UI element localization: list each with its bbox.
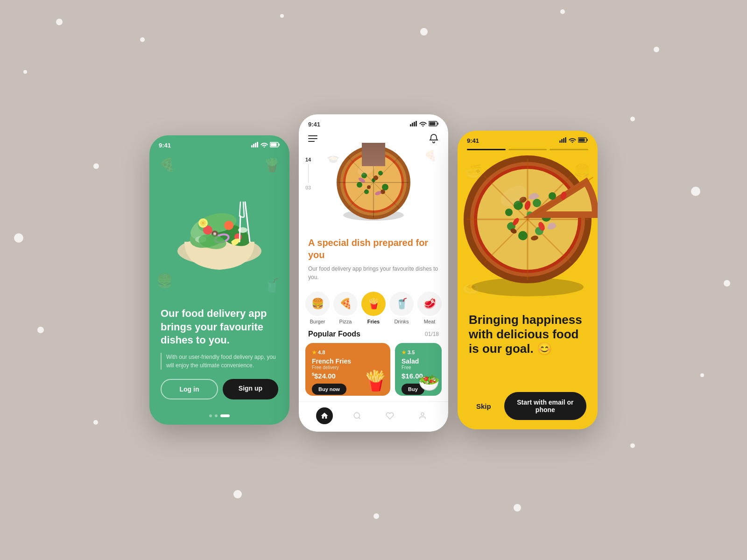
phone2-status-bar: 9:41	[299, 114, 448, 132]
svg-rect-2	[255, 143, 256, 147]
phone2-headline: A special dish prepared for you	[308, 237, 439, 261]
french-fries-card[interactable]: ★ 4.8 French Fries Free delivery $$24.00…	[305, 343, 390, 396]
signup-button[interactable]: Sign up	[223, 379, 278, 399]
svg-rect-3	[257, 142, 258, 147]
phone-2: 9:41	[299, 114, 448, 432]
category-pizza[interactable]: 🍕 Pizza	[333, 292, 358, 324]
card1-top: ★ 4.8	[312, 350, 384, 356]
svg-rect-6	[279, 144, 280, 146]
card1-buy-button[interactable]: Buy now	[312, 384, 346, 395]
svg-rect-5	[271, 143, 277, 147]
phone1-headline: Our food delivery app brings your favour…	[161, 307, 278, 347]
svg-point-40	[364, 189, 369, 194]
notification-icon[interactable]	[429, 133, 439, 144]
burger-circle: 🍔	[305, 292, 330, 316]
burger-label: Burger	[310, 319, 325, 324]
category-burger[interactable]: 🍔 Burger	[305, 292, 330, 324]
card2-name: Salad	[402, 357, 435, 365]
phone1-status-icons	[251, 142, 280, 149]
headline-accent: special dish	[317, 238, 371, 248]
progress-bar-2	[508, 149, 547, 150]
svg-point-87	[549, 192, 556, 200]
phone1-dots	[149, 414, 289, 425]
phone-3: 9:41 🍜 🍔 🍝 �	[458, 131, 598, 429]
phone2-pizza-area: 14 03 🍲 🍕	[299, 147, 448, 232]
svg-point-38	[378, 171, 383, 175]
popular-header: Popular Foods 01/18	[299, 326, 448, 343]
meat-circle: 🥩	[417, 292, 442, 316]
svg-rect-31	[437, 123, 438, 125]
search-nav-icon[interactable]	[349, 407, 366, 424]
svg-rect-0	[251, 145, 253, 147]
svg-rect-57	[563, 138, 564, 143]
svg-point-75	[518, 231, 528, 240]
phone1-hero: 🍕 🍟 🍔 🥤	[149, 153, 289, 298]
skip-button[interactable]: Skip	[469, 397, 499, 416]
salad-card[interactable]: ★ 3.5 Salad Free $16.00 Buy 🥗	[395, 343, 442, 396]
home-nav-icon[interactable]	[316, 407, 333, 424]
phone3-buttons: Skip Start with email or phone	[458, 385, 598, 429]
svg-point-72	[533, 199, 541, 207]
favorites-nav-icon[interactable]	[381, 407, 398, 424]
phone1-content: Our food delivery app brings your favour…	[149, 298, 289, 414]
svg-point-53	[354, 413, 359, 418]
pizza-circle: 🍕	[333, 292, 358, 316]
svg-rect-56	[561, 139, 563, 143]
phone3-battery-icon	[578, 137, 588, 144]
profile-nav-icon[interactable]	[414, 407, 431, 424]
card1-name: French Fries	[312, 357, 384, 365]
drinks-label: Drinks	[394, 319, 409, 324]
category-meat[interactable]: 🥩 Meat	[417, 292, 442, 324]
popular-count: 01/18	[425, 331, 439, 337]
phone3-wifi-icon	[569, 137, 576, 144]
phone1-time: 9:41	[159, 142, 171, 149]
signal-icon	[251, 142, 259, 149]
svg-rect-27	[414, 122, 415, 126]
svg-rect-60	[579, 139, 585, 142]
category-fries[interactable]: 🍟 Fries	[361, 292, 386, 324]
svg-point-54	[421, 413, 424, 415]
svg-point-22	[213, 232, 216, 235]
phone1-subtitle: With our user-friendly food delivery app…	[161, 353, 278, 370]
svg-point-43	[374, 175, 378, 180]
menu-icon[interactable]	[308, 135, 317, 142]
progress-bar-1	[467, 149, 506, 150]
phone1-status-bar: 9:41	[149, 135, 289, 153]
phone2-subtitle: Our food delivery app brings your favour…	[308, 265, 439, 281]
phone3-time: 9:41	[467, 137, 479, 144]
login-button[interactable]: Log in	[161, 379, 218, 399]
svg-point-14	[224, 221, 233, 230]
categories-row: 🍔 Burger 🍕 Pizza 🍟 Fries 🥤 Drinks 🥩 Meat	[299, 286, 448, 326]
star2-icon: ★	[402, 350, 406, 356]
slide-bottom-num: 03	[305, 185, 311, 190]
fries-emoji: 🍟	[363, 369, 388, 392]
card2-rating: ★ 3.5	[402, 350, 415, 356]
svg-line-20	[240, 216, 240, 242]
start-button[interactable]: Start with email or phone	[504, 392, 586, 420]
svg-rect-61	[587, 139, 588, 141]
phone2-time: 9:41	[308, 121, 320, 128]
card1-rating: ★ 4.8	[312, 350, 325, 356]
card2-delivery: Free	[402, 365, 435, 370]
popular-label: Popular Foods	[308, 330, 360, 338]
phone2-wifi-icon	[419, 121, 427, 128]
salad-image	[163, 169, 275, 281]
phone3-signal-icon	[559, 137, 567, 144]
card1-rating-value: 4.8	[318, 350, 325, 355]
phone2-battery-icon	[429, 121, 439, 128]
svg-rect-30	[430, 122, 436, 126]
svg-rect-1	[253, 144, 254, 147]
category-drinks[interactable]: 🥤 Drinks	[389, 292, 414, 324]
phone3-status-bar: 9:41	[458, 131, 598, 146]
star-icon: ★	[312, 350, 317, 356]
fries-label: Fries	[367, 319, 380, 324]
ghost-pizza2-icon: 🍕	[424, 150, 437, 162]
phone3-content: Bringing happiness with delicious food i…	[458, 303, 598, 385]
phone3-progress	[458, 146, 598, 154]
phone3-headline: Bringing happiness with delicious food i…	[469, 313, 586, 357]
svg-rect-25	[410, 124, 411, 126]
hand-image	[359, 143, 388, 166]
slide-top-num: 14	[305, 157, 311, 162]
progress-bar-3	[550, 149, 588, 150]
wifi-icon	[261, 142, 268, 149]
